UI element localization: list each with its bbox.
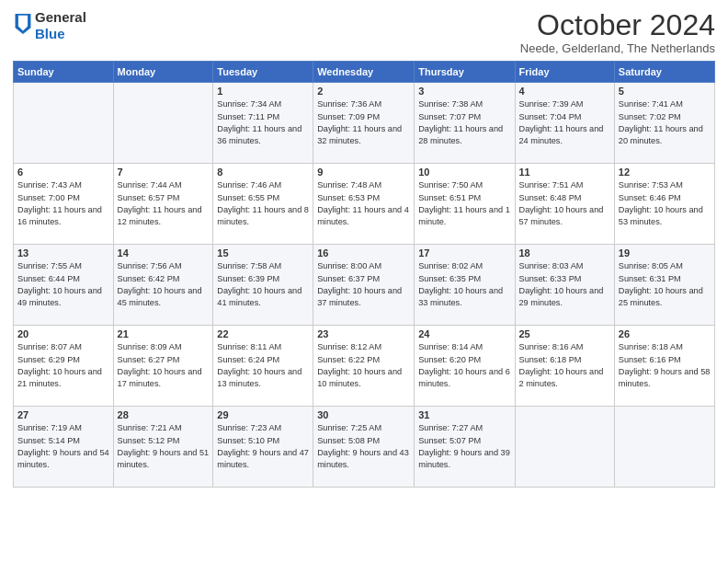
day-info: Sunrise: 7:34 AMSunset: 7:11 PMDaylight:…	[217, 98, 309, 147]
day-info: Sunrise: 7:27 AMSunset: 5:07 PMDaylight:…	[418, 422, 510, 471]
day-number: 8	[217, 167, 309, 178]
calendar-cell: 14 Sunrise: 7:56 AMSunset: 6:42 PMDaylig…	[113, 245, 213, 326]
calendar-cell: 23 Sunrise: 8:12 AMSunset: 6:22 PMDaylig…	[313, 326, 415, 407]
calendar-cell: 8 Sunrise: 7:46 AMSunset: 6:55 PMDayligh…	[213, 164, 313, 245]
day-number: 20	[17, 328, 109, 339]
calendar-cell: 3 Sunrise: 7:38 AMSunset: 7:07 PMDayligh…	[415, 83, 515, 164]
day-info: Sunrise: 8:07 AMSunset: 6:29 PMDaylight:…	[17, 341, 109, 390]
day-number: 18	[519, 247, 610, 259]
calendar-cell	[515, 407, 614, 488]
day-info: Sunrise: 7:44 AMSunset: 6:57 PMDaylight:…	[118, 179, 210, 228]
day-info: Sunrise: 8:05 AMSunset: 6:31 PMDaylight:…	[619, 260, 711, 309]
calendar-cell: 27 Sunrise: 7:19 AMSunset: 5:14 PMDaylig…	[14, 407, 114, 488]
day-number: 24	[418, 328, 510, 339]
calendar-cell: 7 Sunrise: 7:44 AMSunset: 6:57 PMDayligh…	[113, 164, 213, 245]
day-info: Sunrise: 7:25 AMSunset: 5:08 PMDaylight:…	[317, 422, 410, 471]
calendar-cell	[14, 83, 114, 164]
header-tuesday: Tuesday	[213, 62, 313, 83]
calendar-cell: 19 Sunrise: 8:05 AMSunset: 6:31 PMDaylig…	[614, 245, 714, 326]
calendar-cell: 17 Sunrise: 8:02 AMSunset: 6:35 PMDaylig…	[415, 245, 515, 326]
calendar: Sunday Monday Tuesday Wednesday Thursday…	[13, 61, 715, 488]
day-number: 16	[317, 247, 410, 259]
day-info: Sunrise: 8:14 AMSunset: 6:20 PMDaylight:…	[418, 341, 510, 390]
day-info: Sunrise: 7:38 AMSunset: 7:07 PMDaylight:…	[418, 98, 510, 147]
day-info: Sunrise: 7:41 AMSunset: 7:02 PMDaylight:…	[619, 98, 711, 147]
calendar-cell: 18 Sunrise: 8:03 AMSunset: 6:33 PMDaylig…	[515, 245, 614, 326]
month-title: October 2024	[520, 9, 715, 41]
calendar-cell: 20 Sunrise: 8:07 AMSunset: 6:29 PMDaylig…	[14, 326, 114, 407]
day-info: Sunrise: 7:55 AMSunset: 6:44 PMDaylight:…	[17, 260, 109, 309]
day-info: Sunrise: 8:16 AMSunset: 6:18 PMDaylight:…	[519, 341, 610, 390]
day-info: Sunrise: 8:02 AMSunset: 6:35 PMDaylight:…	[418, 260, 510, 309]
day-info: Sunrise: 8:11 AMSunset: 6:24 PMDaylight:…	[217, 341, 309, 390]
header-wednesday: Wednesday	[313, 62, 415, 83]
day-number: 31	[418, 409, 510, 420]
day-number: 2	[317, 86, 410, 97]
day-number: 10	[418, 167, 510, 178]
calendar-cell: 16 Sunrise: 8:00 AMSunset: 6:37 PMDaylig…	[313, 245, 415, 326]
day-number: 25	[519, 328, 610, 339]
day-info: Sunrise: 7:58 AMSunset: 6:39 PMDaylight:…	[217, 260, 309, 309]
day-number: 30	[317, 409, 410, 420]
day-number: 9	[317, 167, 410, 178]
calendar-cell: 29 Sunrise: 7:23 AMSunset: 5:10 PMDaylig…	[213, 407, 313, 488]
day-number: 14	[118, 247, 210, 259]
calendar-cell: 4 Sunrise: 7:39 AMSunset: 7:04 PMDayligh…	[515, 83, 614, 164]
day-number: 17	[418, 247, 510, 259]
day-info: Sunrise: 7:19 AMSunset: 5:14 PMDaylight:…	[17, 422, 109, 471]
calendar-cell	[113, 83, 213, 164]
day-info: Sunrise: 7:56 AMSunset: 6:42 PMDaylight:…	[118, 260, 210, 309]
day-number: 27	[17, 409, 109, 420]
day-info: Sunrise: 8:03 AMSunset: 6:33 PMDaylight:…	[519, 260, 610, 309]
calendar-cell: 22 Sunrise: 8:11 AMSunset: 6:24 PMDaylig…	[213, 326, 313, 407]
logo-general: General	[35, 9, 86, 26]
header-thursday: Thursday	[415, 62, 515, 83]
day-number: 12	[619, 167, 711, 178]
header-saturday: Saturday	[614, 62, 714, 83]
day-number: 26	[619, 328, 711, 339]
day-info: Sunrise: 8:18 AMSunset: 6:16 PMDaylight:…	[619, 341, 711, 390]
day-number: 22	[217, 328, 309, 339]
calendar-cell: 6 Sunrise: 7:43 AMSunset: 7:00 PMDayligh…	[14, 164, 114, 245]
day-number: 3	[418, 86, 510, 97]
day-number: 19	[619, 247, 711, 259]
calendar-cell: 9 Sunrise: 7:48 AMSunset: 6:53 PMDayligh…	[313, 164, 415, 245]
header-monday: Monday	[113, 62, 213, 83]
day-info: Sunrise: 8:09 AMSunset: 6:27 PMDaylight:…	[118, 341, 210, 390]
calendar-cell: 24 Sunrise: 8:14 AMSunset: 6:20 PMDaylig…	[415, 326, 515, 407]
day-number: 29	[217, 409, 309, 420]
calendar-cell: 12 Sunrise: 7:53 AMSunset: 6:46 PMDaylig…	[614, 164, 714, 245]
day-number: 21	[118, 328, 210, 339]
logo: General Blue	[13, 9, 86, 42]
day-info: Sunrise: 7:36 AMSunset: 7:09 PMDaylight:…	[317, 98, 410, 147]
day-info: Sunrise: 7:50 AMSunset: 6:51 PMDaylight:…	[418, 179, 510, 228]
calendar-cell: 10 Sunrise: 7:50 AMSunset: 6:51 PMDaylig…	[415, 164, 515, 245]
day-info: Sunrise: 8:12 AMSunset: 6:22 PMDaylight:…	[317, 341, 410, 390]
calendar-cell	[614, 407, 714, 488]
day-info: Sunrise: 7:23 AMSunset: 5:10 PMDaylight:…	[217, 422, 309, 471]
calendar-cell: 31 Sunrise: 7:27 AMSunset: 5:07 PMDaylig…	[415, 407, 515, 488]
calendar-cell: 26 Sunrise: 8:18 AMSunset: 6:16 PMDaylig…	[614, 326, 714, 407]
calendar-cell: 1 Sunrise: 7:34 AMSunset: 7:11 PMDayligh…	[213, 83, 313, 164]
day-number: 6	[17, 167, 109, 178]
calendar-cell: 2 Sunrise: 7:36 AMSunset: 7:09 PMDayligh…	[313, 83, 415, 164]
location: Neede, Gelderland, The Netherlands	[520, 41, 715, 55]
day-info: Sunrise: 7:46 AMSunset: 6:55 PMDaylight:…	[217, 179, 309, 228]
calendar-cell: 30 Sunrise: 7:25 AMSunset: 5:08 PMDaylig…	[313, 407, 415, 488]
day-number: 7	[118, 167, 210, 178]
day-info: Sunrise: 8:00 AMSunset: 6:37 PMDaylight:…	[317, 260, 410, 309]
day-number: 13	[17, 247, 109, 259]
day-info: Sunrise: 7:39 AMSunset: 7:04 PMDaylight:…	[519, 98, 610, 147]
calendar-cell: 11 Sunrise: 7:51 AMSunset: 6:48 PMDaylig…	[515, 164, 614, 245]
page-header: General Blue October 2024 Neede, Gelderl…	[13, 9, 715, 55]
calendar-cell: 13 Sunrise: 7:55 AMSunset: 6:44 PMDaylig…	[14, 245, 114, 326]
day-info: Sunrise: 7:51 AMSunset: 6:48 PMDaylight:…	[519, 179, 610, 228]
calendar-cell: 15 Sunrise: 7:58 AMSunset: 6:39 PMDaylig…	[213, 245, 313, 326]
day-number: 23	[317, 328, 410, 339]
day-number: 28	[118, 409, 210, 420]
day-number: 11	[519, 167, 610, 178]
day-number: 1	[217, 86, 309, 97]
header-friday: Friday	[515, 62, 614, 83]
day-number: 5	[619, 86, 711, 97]
header-sunday: Sunday	[14, 62, 114, 83]
